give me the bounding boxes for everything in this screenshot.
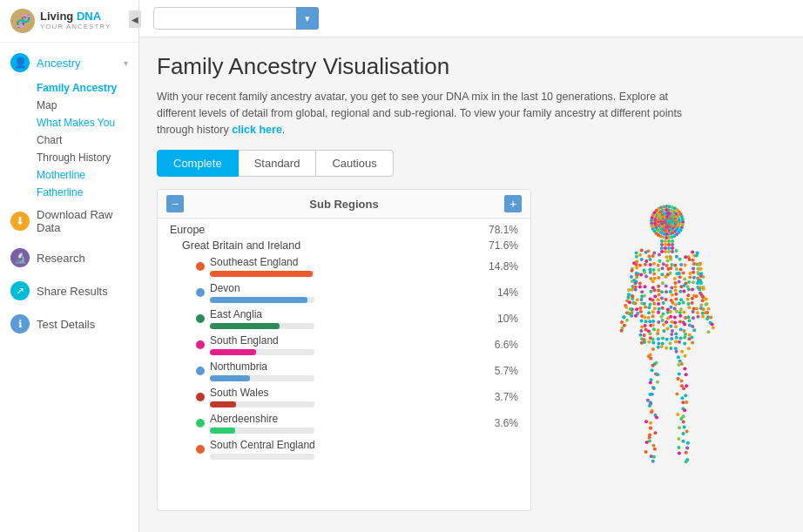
sub-region-pct: 10% [485,313,518,325]
svg-point-378 [669,310,672,313]
panel-minus-button[interactable]: − [166,195,184,212]
svg-point-434 [638,333,642,337]
svg-point-364 [673,307,677,311]
svg-point-174 [678,219,681,222]
svg-point-526 [709,316,712,320]
svg-point-220 [688,258,692,261]
sidebar-item-download[interactable]: ⬇ Download Raw Data [0,201,138,241]
svg-point-505 [699,267,703,271]
svg-point-185 [664,246,667,250]
svg-point-281 [678,280,681,284]
svg-point-399 [697,315,700,319]
svg-point-186 [667,246,671,250]
svg-point-583 [680,380,684,383]
sub-nav-what-makes-you[interactable]: What Makes You [37,114,138,131]
svg-point-520 [705,302,709,306]
sub-nav-fatherline[interactable]: Fatherline [37,184,138,201]
svg-point-277 [638,282,642,286]
svg-point-260 [692,271,695,274]
svg-point-198 [691,251,694,254]
sub-nav-family-ancestry[interactable]: Family Ancestry [37,79,138,97]
svg-point-604 [681,440,685,443]
sidebar-item-research[interactable]: 🔬 Research [0,241,138,274]
svg-point-342 [643,302,646,306]
svg-point-544 [649,381,652,385]
svg-point-187 [671,246,674,250]
svg-point-280 [674,281,678,285]
svg-point-353 [699,304,703,307]
svg-point-430 [671,329,674,333]
sub-region-row: East Anglia10% [170,306,530,332]
sidebar-item-test-label: Test Details [37,318,95,331]
svg-point-414 [644,324,647,327]
svg-point-458 [651,341,655,345]
svg-point-332 [665,298,668,301]
svg-point-585 [685,384,688,387]
svg-point-249 [639,273,643,277]
region-dot [196,314,205,323]
svg-point-229 [665,264,669,267]
sub-region-label: Devon [210,282,478,294]
logo: 🧬 Living DNA YOUR ANCESTRY [0,0,138,43]
svg-point-312 [687,288,691,292]
svg-point-589 [680,396,684,400]
sub-nav-chart[interactable]: Chart [37,131,138,149]
svg-point-278 [651,279,655,283]
svg-point-223 [638,264,642,267]
sub-nav-map[interactable]: Map [37,97,138,114]
svg-point-503 [698,263,701,266]
svg-point-510 [696,281,699,285]
svg-point-173 [674,219,678,223]
panel-plus-button[interactable]: + [504,195,522,212]
sidebar-collapse-button[interactable]: ◀ [129,10,139,28]
svg-point-236 [635,266,638,270]
svg-point-508 [699,274,703,278]
svg-point-351 [686,302,690,306]
svg-point-531 [706,330,710,333]
svg-point-558 [649,421,652,425]
svg-point-608 [685,451,688,455]
region-dot [196,393,205,401]
svg-point-452 [683,336,686,340]
svg-point-211 [695,254,698,258]
svg-point-475 [631,269,634,273]
sub-nav-motherline[interactable]: Motherline [37,166,138,184]
svg-point-431 [679,328,683,332]
svg-point-440 [684,333,687,336]
europe-group: Europe 78.1% Great Britain and Ireland 7… [158,219,530,466]
svg-point-546 [652,387,656,390]
svg-point-308 [669,290,672,293]
svg-point-323 [695,295,698,299]
svg-point-316 [643,294,646,298]
click-here-link[interactable]: click here [232,124,282,136]
svg-point-576 [678,360,682,363]
svg-point-306 [660,291,664,294]
svg-point-292 [657,285,660,288]
profile-select[interactable] [153,7,319,30]
sub-nav-through-history[interactable]: Through History [37,149,138,166]
svg-point-190 [667,250,671,253]
svg-point-259 [688,272,692,275]
svg-point-250 [643,271,646,274]
svg-point-319 [671,293,674,297]
svg-point-246 [692,267,695,271]
svg-point-405 [657,320,660,324]
svg-point-484 [627,288,631,292]
select-wrapper: ▾ [153,7,319,30]
region-dot [196,340,205,349]
tab-cautious[interactable]: Cautious [316,150,393,177]
svg-point-252 [652,273,656,276]
sidebar-item-ancestry[interactable]: 👤 Ancestry ▾ [0,46,138,79]
svg-point-395 [678,314,682,318]
tab-standard[interactable]: Standard [239,150,317,177]
svg-point-449 [670,337,673,340]
svg-point-346 [662,301,665,305]
svg-point-560 [649,427,652,430]
svg-point-233 [684,264,687,267]
sidebar-item-test[interactable]: ℹ Test Details [0,307,138,340]
svg-point-541 [656,373,659,376]
content-area: Family Ancestry Visualisation With your … [139,37,803,532]
sidebar-item-share[interactable]: ↗ Share Results [0,274,138,307]
download-icon: ⬇ [10,212,30,231]
tab-complete[interactable]: Complete [157,150,239,177]
